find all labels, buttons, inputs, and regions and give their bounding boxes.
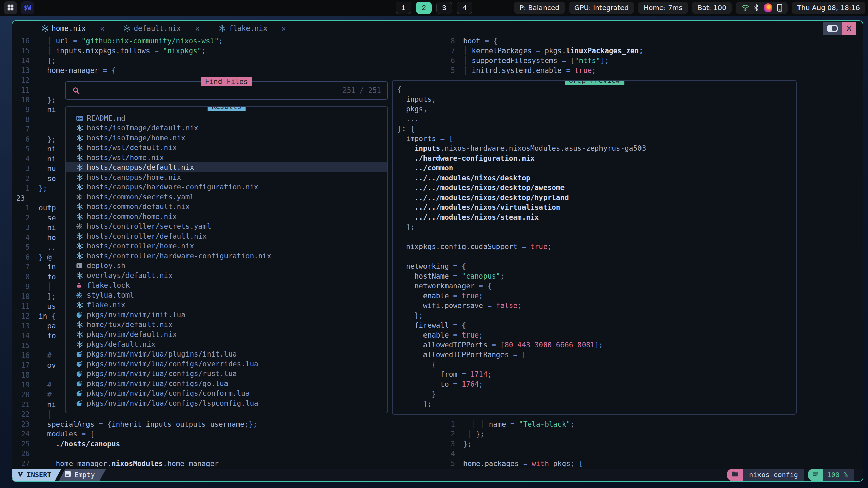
media-icon[interactable] (764, 3, 772, 12)
bluetooth-icon[interactable] (754, 4, 759, 12)
code-line: ]; (397, 399, 796, 409)
result-item[interactable]: hosts/isoImage/home.nix (66, 133, 387, 143)
window-close-button[interactable]: × (842, 22, 856, 35)
line-number: 7 (12, 125, 35, 135)
result-item[interactable]: flake.lock (66, 280, 387, 290)
terminal-launcher-button[interactable]: $W (21, 1, 34, 14)
tab-home.nix[interactable]: home.nix× (32, 21, 114, 36)
search-input[interactable] (85, 86, 85, 95)
result-label: deploy.sh (87, 262, 125, 270)
code-text: ./hardware-configuration.nix (397, 154, 535, 163)
code-text: firewall = { (397, 321, 466, 330)
latency-module[interactable]: Home: 7ms (638, 2, 688, 14)
result-item[interactable]: pkgs/nvim/nvim/lua/configs/overrides.lua (66, 359, 387, 369)
code-text: } (397, 389, 436, 399)
network-icon[interactable] (741, 4, 749, 11)
code-text: fo (35, 331, 56, 341)
result-item[interactable]: hosts/controller/home.nix (66, 241, 387, 251)
result-item[interactable]: hosts/wsl/home.nix (66, 152, 387, 162)
result-item[interactable]: hosts/controller/hardware-configuration.… (66, 251, 387, 261)
code-text: home.packages = with pkgs; [ (459, 459, 583, 469)
tab-default.nix[interactable]: default.nix× (114, 21, 209, 36)
result-item[interactable]: hosts/common/home.nix (66, 211, 387, 221)
code-text (35, 76, 39, 85)
line-number: 1 (443, 420, 459, 429)
window-controls: × (823, 22, 856, 35)
code-text: from = 1714; (397, 370, 492, 380)
tab-close-button[interactable]: × (195, 24, 199, 33)
result-item[interactable]: hosts/common/default.nix (66, 202, 387, 211)
result-item[interactable]: hosts/controller/default.nix (66, 231, 387, 241)
result-item[interactable]: hosts/canopus/home.nix (66, 172, 387, 182)
clock[interactable]: Thu Aug 08, 18:16 (792, 2, 865, 14)
result-item[interactable]: pkgs/nvim/default.nix (66, 329, 387, 339)
tablet-icon[interactable] (777, 4, 782, 12)
result-item[interactable]: pkgs/nvim/nvim/lua/configs/go.lua (66, 379, 387, 388)
system-tray[interactable] (736, 2, 788, 14)
toggle-button[interactable] (823, 22, 842, 35)
result-item[interactable]: pkgs/nvim/nvim/lua/plugins/init.lua (66, 349, 387, 359)
line-number: 21 (12, 400, 35, 410)
code-line: 16 │ url = "github:nix-community/nixos-w… (12, 36, 443, 46)
preview-title: Grep Preview (565, 80, 624, 85)
shell-icon (76, 263, 84, 269)
result-item[interactable]: hosts/wsl/default.nix (66, 143, 387, 152)
workspace-button-4[interactable]: 4 (457, 2, 472, 14)
code-text: nu (35, 164, 56, 174)
result-item[interactable]: stylua.toml (66, 290, 387, 300)
workspace-button-1[interactable]: 1 (396, 2, 411, 14)
tab-close-button[interactable]: × (282, 24, 286, 33)
code-line: }: { (397, 124, 796, 134)
app-launcher-button[interactable] (4, 1, 17, 14)
workspace-button-2[interactable]: 2 (416, 2, 432, 14)
result-item[interactable]: hosts/controller/secrets.yaml (66, 221, 387, 231)
line-number: 10 (12, 95, 35, 105)
line-number: 17 (12, 361, 35, 370)
results-window: Results README.mdhosts/isoImage/default.… (65, 106, 388, 413)
line-number: 9 (12, 282, 35, 292)
result-item[interactable]: pkgs/nvim/nvim/lua/configs/lspconfig.lua (66, 398, 387, 408)
result-item[interactable]: home/tux/default.nix (66, 320, 387, 329)
result-item[interactable]: hosts/canopus/default.nix (66, 162, 387, 172)
result-item[interactable]: README.md (66, 113, 387, 123)
code-text: inputs.nixos-hardware.nixosModules.asus-… (397, 144, 646, 154)
code-text: allowedTCPPortRanges = [ (397, 350, 526, 360)
result-item[interactable]: pkgs/nvim/nvim/lua/configs/conform.lua (66, 388, 387, 398)
line-number: 14 (12, 331, 35, 341)
result-item[interactable]: hosts/common/secrets.yaml (66, 192, 387, 202)
desktop: $W 1234 P: BalancedGPU: IntegratedHome: … (0, 0, 868, 488)
line-number: 2 (443, 429, 459, 439)
result-item[interactable]: hosts/canopus/hardware-configuration.nix (66, 182, 387, 192)
line-number: 15 (12, 46, 35, 56)
result-item[interactable]: flake.nix (66, 300, 387, 310)
line-number: 8 (12, 115, 35, 125)
power-profile-module[interactable]: P: Balanced (514, 2, 565, 14)
code-text: }: { (397, 124, 415, 134)
line-number: 8 (12, 272, 35, 282)
tab-flake.nix[interactable]: flake.nix× (209, 21, 296, 36)
workspace-button-3[interactable]: 3 (436, 2, 452, 14)
result-item[interactable]: pkgs/nvim/nvim/init.lua (66, 310, 387, 320)
scroll-position: 100 % (823, 469, 854, 481)
code-line: ... (397, 114, 796, 124)
result-item[interactable]: pkgs/nvim/nvim/lua/configs/rust.lua (66, 369, 387, 379)
code-text: }; (35, 56, 56, 66)
tab-close-button[interactable]: × (100, 24, 104, 33)
code-text: # (35, 351, 52, 361)
lua-icon (76, 390, 84, 397)
result-item[interactable]: overlays/default.nix (66, 270, 387, 280)
result-label: pkgs/nvim/nvim/lua/plugins/init.lua (87, 350, 237, 358)
battery-module[interactable]: Bat: 100 (692, 2, 732, 14)
gpu-module[interactable]: GPU: Integrated (569, 2, 634, 14)
code-text: │ (35, 410, 52, 420)
code-line: enable = true; (397, 291, 796, 301)
code-text: pa (35, 321, 56, 331)
preview-window[interactable]: Grep Preview { inputs, pkgs, ...}: { imp… (392, 80, 797, 415)
code-line: ./hardware-configuration.nix (397, 154, 796, 163)
line-number: 12 (12, 76, 35, 85)
line-number: 3 (12, 164, 35, 174)
result-item[interactable]: hosts/isoImage/default.nix (66, 123, 387, 133)
code-line: 14 }; (12, 56, 443, 66)
result-item[interactable]: pkgs/default.nix (66, 339, 387, 349)
result-item[interactable]: deploy.sh (66, 261, 387, 270)
